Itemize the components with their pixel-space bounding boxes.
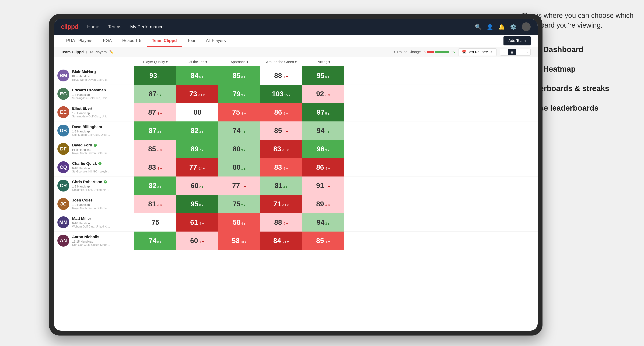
round-change-label: 20 Round Change [392, 50, 421, 54]
player-name: Aaron Nicholls [72, 235, 131, 239]
profile-icon[interactable]: 👤 [487, 24, 493, 30]
stat-cell: 93 +9 [134, 66, 176, 85]
avatar: EC [58, 88, 69, 100]
stat-cell: 86 -6▼ [260, 103, 302, 121]
tab-team-clippd[interactable]: Team Clippd [147, 35, 182, 47]
table-row[interactable]: DB Dave Billingham 1-5 Handicap Gog Mago… [54, 121, 538, 140]
table-row[interactable]: AN Aaron Nicholls 11-15 Handicap Drift G… [54, 231, 538, 250]
player-club: Craigmillar Park, United Kingdom [72, 188, 110, 191]
change-neg: -5 [422, 50, 426, 54]
stat-cell: 103 15▲ [260, 85, 302, 103]
stat-cell: 84 6▲ [176, 66, 218, 85]
player-name: Edward Crossman [72, 88, 131, 92]
player-club: Royal North Devon Golf Club, United King… [72, 152, 110, 155]
navbar: clippd Home Teams My Performance 🔍 👤 🔔 ⚙… [54, 19, 538, 35]
stat-cell: 75 2▲ [218, 195, 260, 213]
bell-icon[interactable]: 🔔 [498, 24, 505, 30]
col-off-tee[interactable]: Off the Tee ▾ [176, 60, 218, 64]
player-details: Chris Robertson✓ 1-5 Handicap Craigmilla… [72, 180, 131, 191]
stat-cell: 60 -1▼ [176, 231, 218, 250]
stat-cell: 96 3▲ [302, 140, 344, 158]
table-row[interactable]: EE Elliot Ebert 1-5 Handicap Sunningdale… [54, 103, 538, 121]
player-details: Blair McHarg Plus Handicap Royal North D… [72, 70, 131, 81]
table-row[interactable]: JC Josh Coles 1-5 Handicap Royal North D… [54, 195, 538, 213]
player-info: DF David Ford✓ Plus Handicap Royal North… [54, 143, 134, 155]
stat-cell: 75 [134, 213, 176, 231]
stat-cell: 58 10▲ [218, 231, 260, 250]
table-row[interactable]: CQ Charlie Quick✓ 6-10 Handicap St. Geor… [54, 158, 538, 176]
tab-pgat-players[interactable]: PGAT Players [61, 35, 98, 47]
search-icon[interactable]: 🔍 [475, 24, 482, 30]
heatmap-view-button[interactable]: ▦ [508, 49, 516, 55]
nav-teams[interactable]: Teams [108, 24, 122, 29]
player-details: David Ford✓ Plus Handicap Royal North De… [72, 143, 131, 155]
stat-cell: 79 9▲ [218, 85, 260, 103]
stat-cell: 97 5▲ [302, 103, 344, 121]
tab-hcaps[interactable]: Hcaps 1-5 [117, 35, 147, 47]
stat-cell: 94 1▲ [302, 121, 344, 140]
grid-view-button[interactable]: ⊞ [500, 49, 508, 55]
col-approach[interactable]: Approach ▾ [218, 60, 260, 64]
verified-icon: ✓ [98, 162, 102, 165]
player-club: St. George's Hill GC - Weybridge, Surrey… [72, 170, 110, 173]
subnav: PGAT Players PGA Hcaps 1-5 Team Clippd T… [54, 35, 538, 47]
player-handicap: 1-5 Handicap [72, 112, 131, 115]
avatar[interactable] [522, 22, 530, 31]
player-name: David Ford✓ [72, 143, 131, 148]
stat-cell: 88 [176, 103, 218, 121]
stat-cell: 89 -2▼ [302, 195, 344, 213]
round-bar [427, 51, 449, 53]
tab-tour[interactable]: Tour [182, 35, 201, 47]
player-info: BM Blair McHarg Plus Handicap Royal Nort… [54, 70, 134, 81]
player-details: Matt Miller 6-10 Handicap Woburn Golf Cl… [72, 216, 131, 228]
settings-icon[interactable]: ⚙️ [510, 24, 516, 30]
stat-cell: 58 4▲ [218, 213, 260, 231]
avatar: EE [58, 106, 69, 118]
tab-pga[interactable]: PGA [98, 35, 117, 47]
stat-cell: 85 -3▼ [134, 140, 176, 158]
column-headers: Player Quality ▾ Off the Tee ▾ Approach … [54, 57, 538, 66]
table-row[interactable]: EC Edward Crossman 1-5 Handicap Sunningd… [54, 85, 538, 103]
player-handicap: Plus Handicap [72, 75, 131, 78]
avatar: AN [58, 235, 69, 247]
player-details: Dave Billingham 1-5 Handicap Gog Magog G… [72, 125, 131, 137]
player-name: Josh Coles [72, 198, 131, 202]
table-row[interactable]: DF David Ford✓ Plus Handicap Royal North… [54, 140, 538, 158]
stat-cell: 88 -1▼ [260, 66, 302, 85]
player-info: JC Josh Coles 1-5 Handicap Royal North D… [54, 198, 134, 210]
stat-cell: 73 -11▼ [176, 85, 218, 103]
edit-icon[interactable]: ✏️ [109, 50, 114, 54]
player-details: Edward Crossman 1-5 Handicap Sunningdale… [72, 88, 131, 100]
stat-cell: 87 -3▼ [134, 103, 176, 121]
add-team-button[interactable]: Add Team [504, 36, 530, 45]
stat-cell: 89 7▲ [176, 140, 218, 158]
nav-home[interactable]: Home [87, 24, 99, 29]
table-row[interactable]: CR Chris Robertson✓ 1-5 Handicap Craigmi… [54, 176, 538, 195]
stat-cell: 83 -10▼ [260, 140, 302, 158]
stat-cell: 95 9▲ [302, 66, 344, 85]
player-club: Sunningdale Golf Club, United Kingdom [72, 97, 110, 100]
player-count: 14 Players [90, 50, 107, 54]
export-button[interactable]: ↓ [524, 49, 530, 55]
nav-performance[interactable]: My Performance [130, 24, 164, 29]
player-handicap: 6-10 Handicap [72, 222, 131, 225]
tab-all-players[interactable]: All Players [201, 35, 231, 47]
bar-red [427, 51, 434, 53]
last-rounds-button[interactable]: 📅 Last Rounds: 20 [458, 48, 497, 56]
col-player-quality[interactable]: Player Quality ▾ [134, 60, 176, 64]
stat-cell: 92 -3▼ [302, 85, 344, 103]
verified-icon: ✓ [94, 144, 97, 147]
col-around-green[interactable]: Around the Green ▾ [260, 60, 302, 64]
stat-cell: 87 1▲ [134, 85, 176, 103]
player-info: EE Elliot Ebert 1-5 Handicap Sunningdale… [54, 106, 134, 118]
stat-cell: 85 -3▼ [260, 121, 302, 140]
col-putting[interactable]: Putting ▾ [302, 60, 344, 64]
table-row[interactable]: BM Blair McHarg Plus Handicap Royal Nort… [54, 66, 538, 85]
table-row[interactable]: MM Matt Miller 6-10 Handicap Woburn Golf… [54, 213, 538, 231]
team-header-bar: Team Clippd | 14 Players ✏️ 20 Round Cha… [54, 47, 538, 57]
player-info: AN Aaron Nicholls 11-15 Handicap Drift G… [54, 235, 134, 247]
list-view-button[interactable]: ☰ [516, 49, 524, 55]
player-details: Josh Coles 1-5 Handicap Royal North Devo… [72, 198, 131, 210]
stat-cell: 88 -2▼ [260, 213, 302, 231]
stat-cell: 80 1▲ [218, 158, 260, 176]
